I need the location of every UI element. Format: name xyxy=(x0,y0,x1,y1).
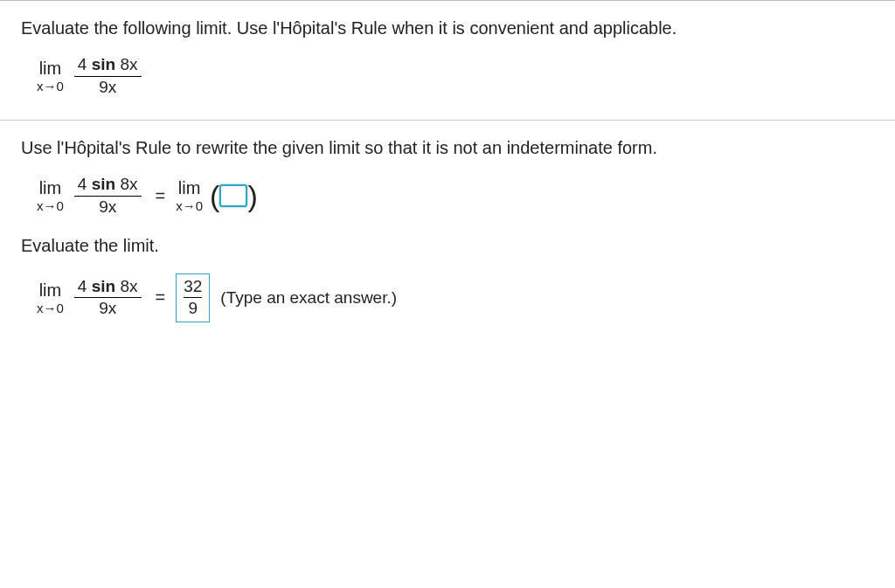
answer-denominator: 9 xyxy=(184,297,202,318)
equals-sign: = xyxy=(156,287,166,308)
part1-equation: lim x→0 4 sin 8x 9x = lim x→0 ( ) xyxy=(37,176,874,217)
part2-equation: lim x→0 4 sin 8x 9x = 32 9 (Type an exac… xyxy=(37,273,874,323)
numerator: 4 sin 8x xyxy=(74,56,142,76)
answer-hint: (Type an exact answer.) xyxy=(220,288,397,308)
limit-operator-rhs: lim x→0 xyxy=(176,179,203,212)
lim-approach: x→0 xyxy=(37,80,64,93)
answer-input-1[interactable] xyxy=(219,184,247,207)
fraction: 4 sin 8x 9x xyxy=(74,176,142,217)
fraction: 4 sin 8x 9x xyxy=(74,278,142,319)
limit-operator: lim x→0 xyxy=(37,179,64,212)
limit-operator: lim x→0 xyxy=(37,281,64,315)
lim-label: lim xyxy=(39,59,62,77)
answer-numerator: 32 xyxy=(184,278,202,298)
limit-operator: lim x→0 xyxy=(37,59,64,93)
denominator: 9x xyxy=(74,76,142,97)
answer-section: Use l'Hôpital's Rule to rewrite the give… xyxy=(0,121,895,346)
question-prompt: Evaluate the following limit. Use l'Hôpi… xyxy=(21,18,874,38)
paren-left: ( xyxy=(210,183,219,210)
part1-instruction: Use l'Hôpital's Rule to rewrite the give… xyxy=(21,138,874,158)
input-parentheses: ( ) xyxy=(210,183,258,210)
question-section: Evaluate the following limit. Use l'Hôpi… xyxy=(0,1,895,120)
equals-sign: = xyxy=(156,186,166,206)
question-limit-expression: lim x→0 4 sin 8x 9x xyxy=(37,56,874,97)
answer-input-2[interactable]: 32 9 xyxy=(176,273,210,323)
part2-instruction: Evaluate the limit. xyxy=(21,236,874,256)
paren-right: ) xyxy=(247,183,257,210)
fraction: 4 sin 8x 9x xyxy=(74,56,142,97)
